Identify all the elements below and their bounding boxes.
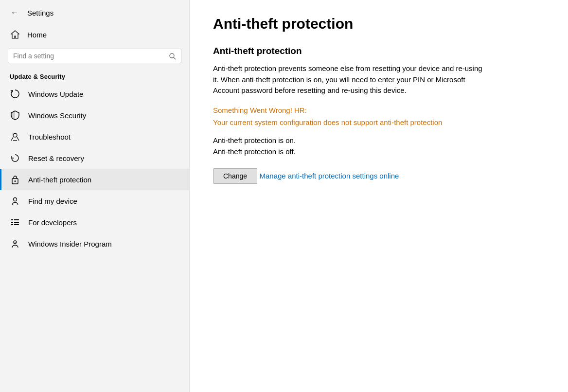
- sidebar-item-label: Windows Security: [28, 111, 86, 120]
- svg-rect-9: [13, 219, 14, 220]
- troubleshoot-icon: [10, 131, 20, 142]
- status-on-text: Anti-theft protection is on.: [213, 136, 545, 144]
- manage-link[interactable]: Manage anti-theft protection settings on…: [260, 172, 399, 180]
- windows-update-icon: [10, 89, 20, 99]
- svg-rect-8: [11, 224, 19, 225]
- section-title: Anti-theft protection: [213, 46, 545, 56]
- section-label: Update & Security: [0, 69, 189, 83]
- svg-rect-6: [11, 219, 19, 220]
- sidebar-header: ← Settings: [0, 0, 189, 24]
- sidebar-item-label: For developers: [28, 218, 77, 227]
- for-developers-icon: [10, 217, 20, 228]
- page-title: Anti-theft protection: [213, 16, 545, 32]
- sidebar-item-label: Windows Insider Program: [28, 240, 112, 248]
- svg-point-5: [14, 198, 17, 201]
- windows-insider-icon: [10, 238, 20, 249]
- sidebar-item-windows-insider[interactable]: Windows Insider Program: [0, 233, 189, 254]
- anti-theft-icon: [10, 174, 20, 185]
- svg-line-1: [174, 57, 176, 59]
- status-off-text: Anti-theft protection is off.: [213, 147, 545, 156]
- sidebar-item-label: Troubleshoot: [28, 133, 71, 141]
- sidebar-item-label: Find my device: [28, 197, 77, 205]
- sidebar: ← Settings Home Update & Security Windo: [0, 0, 190, 392]
- svg-point-13: [15, 242, 16, 243]
- find-my-device-icon: [10, 196, 20, 206]
- svg-point-0: [170, 53, 174, 58]
- sidebar-item-reset-recovery[interactable]: Reset & recovery: [0, 147, 189, 169]
- main-content: Anti-theft protection Anti-theft protect…: [190, 0, 568, 392]
- sidebar-item-windows-security[interactable]: Windows Security: [0, 105, 189, 126]
- sidebar-item-label: Anti-theft protection: [28, 176, 91, 184]
- search-icon: [169, 52, 176, 60]
- sidebar-item-label: Windows Update: [28, 90, 83, 98]
- search-box[interactable]: [8, 49, 181, 63]
- sidebar-item-find-my-device[interactable]: Find my device: [0, 190, 189, 212]
- sidebar-item-label: Reset & recovery: [28, 154, 84, 162]
- sidebar-item-for-developers[interactable]: For developers: [0, 212, 189, 233]
- settings-title: Settings: [27, 9, 53, 17]
- home-icon: [10, 29, 20, 40]
- description-text: Anti-theft protection prevents someone e…: [213, 63, 485, 96]
- windows-security-icon: [10, 110, 20, 121]
- sidebar-item-anti-theft[interactable]: Anti-theft protection: [0, 169, 189, 190]
- sidebar-item-troubleshoot[interactable]: Troubleshoot: [0, 126, 189, 147]
- error-detail: Your current system configuration does n…: [213, 117, 446, 127]
- error-label: Something Went Wrong! HR:: [213, 106, 545, 114]
- reset-recovery-icon: [10, 153, 20, 163]
- search-input[interactable]: [13, 52, 165, 60]
- change-button[interactable]: Change: [213, 168, 257, 184]
- back-button[interactable]: ←: [8, 6, 21, 19]
- svg-rect-10: [13, 222, 14, 223]
- home-label: Home: [27, 31, 47, 39]
- svg-rect-11: [13, 224, 14, 225]
- svg-point-4: [15, 180, 16, 182]
- sidebar-item-home[interactable]: Home: [0, 24, 189, 45]
- svg-point-2: [13, 133, 17, 137]
- svg-rect-7: [11, 222, 19, 223]
- sidebar-item-windows-update[interactable]: Windows Update: [0, 83, 189, 105]
